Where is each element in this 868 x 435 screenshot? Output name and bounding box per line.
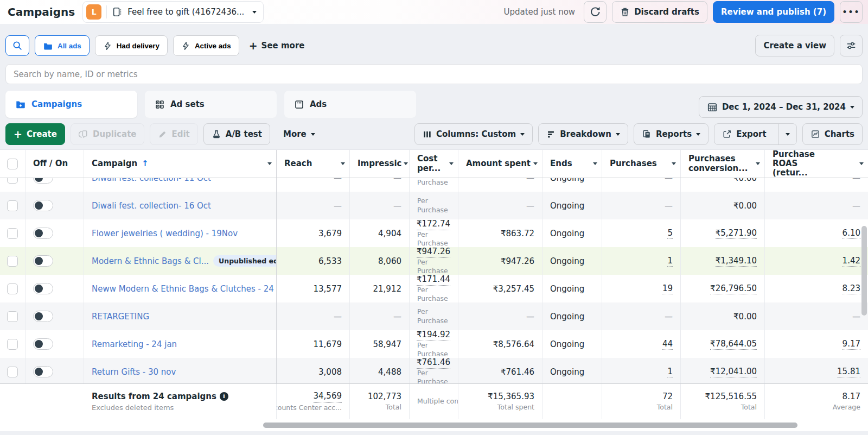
duplicate-button[interactable]: Duplicate xyxy=(71,123,145,145)
more-options-button[interactable]: ••• xyxy=(840,1,863,23)
filter-search-button[interactable] xyxy=(5,35,29,56)
campaign-toggle[interactable] xyxy=(33,228,53,239)
footer-conversion-value: ₹125,516.55 Total xyxy=(681,384,765,419)
campaign-link[interactable]: RETARGETING xyxy=(92,312,149,321)
ab-test-button[interactable]: A/B test xyxy=(203,123,270,145)
campaign-toggle[interactable] xyxy=(33,200,53,211)
chevron-down-icon[interactable] xyxy=(756,162,760,165)
table-body: Diwali fest. collection- 11 Oct — — Per … xyxy=(0,178,868,383)
purchases-cell: 5 xyxy=(602,219,681,247)
chevron-down-icon xyxy=(850,106,854,109)
header-off-on[interactable]: Off / On xyxy=(25,150,84,178)
header-ends[interactable]: Ends xyxy=(542,150,602,178)
campaign-toggle[interactable] xyxy=(33,338,53,350)
footer-impressions: 102,773 Total xyxy=(350,384,410,419)
purchases-cell: 1 xyxy=(602,247,681,275)
amount-spent-cell: — xyxy=(458,178,542,192)
edit-button[interactable]: Edit xyxy=(150,123,197,145)
charts-button[interactable]: Charts xyxy=(802,123,863,145)
row-checkbox[interactable] xyxy=(7,178,18,184)
footer-purchases: 72 Total xyxy=(602,384,681,419)
table-row: Flower jewelries ( wedding) - 19Nov 3,67… xyxy=(0,219,868,247)
export-main[interactable]: Export xyxy=(714,124,774,144)
vertical-scrollbar[interactable] xyxy=(861,226,867,316)
campaign-toggle[interactable] xyxy=(33,178,53,184)
create-a-view-button[interactable]: Create a view xyxy=(755,35,834,56)
updated-status: Updated just now xyxy=(503,7,575,17)
account-selector[interactable]: L Feel free to gift (41672436... xyxy=(82,1,264,23)
see-more-label: See more xyxy=(261,41,305,51)
columns-button[interactable]: Columns: Custom xyxy=(414,123,533,145)
impressions-cell: 58,947 xyxy=(350,330,410,358)
campaign-toggle[interactable] xyxy=(33,255,53,267)
campaign-link[interactable]: Diwali fest. collection- 16 Oct xyxy=(92,201,211,211)
header-cost-per[interactable]: Cost per... xyxy=(410,150,458,178)
header-purchases[interactable]: Purchases xyxy=(602,150,681,178)
campaign-link[interactable]: Modern & Ethnic Bags & Cl... xyxy=(92,256,209,266)
chevron-down-icon[interactable] xyxy=(859,162,864,165)
chevron-down-icon[interactable] xyxy=(593,162,597,165)
cost-per-cell: ₹761.46Per Purchase xyxy=(410,358,458,383)
filter-active-ads[interactable]: Active ads xyxy=(173,35,239,56)
reach-cell: 6,533 xyxy=(277,247,350,275)
create-a-view-label: Create a view xyxy=(763,41,826,51)
conversion-value-cell: ₹26,796.50 xyxy=(681,275,765,302)
review-and-publish-button[interactable]: Review and publish (7) xyxy=(713,1,834,23)
breakdown-button[interactable]: Breakdown xyxy=(538,123,628,145)
row-checkbox[interactable] xyxy=(7,311,18,322)
row-checkbox[interactable] xyxy=(7,367,18,377)
impressions-cell: 4,904 xyxy=(350,219,410,247)
header-campaign[interactable]: Campaign ↑ xyxy=(84,150,277,178)
header-reach[interactable]: Reach xyxy=(277,150,350,178)
purchases-cell: 19 xyxy=(602,275,681,302)
row-checkbox[interactable] xyxy=(7,228,18,239)
search-input[interactable] xyxy=(5,64,863,84)
row-checkbox[interactable] xyxy=(7,283,18,294)
row-checkbox[interactable] xyxy=(7,200,18,211)
header-purchase-roas[interactable]: Purchase ROAS (retur... xyxy=(765,150,868,178)
row-checkbox[interactable] xyxy=(7,256,18,267)
select-all-checkbox[interactable] xyxy=(7,159,18,169)
refresh-button[interactable] xyxy=(584,1,607,23)
chevron-down-icon[interactable] xyxy=(449,162,454,165)
chevron-down-icon[interactable] xyxy=(341,162,345,165)
chevron-down-icon[interactable] xyxy=(267,162,272,165)
horizontal-scrollbar[interactable] xyxy=(263,423,797,428)
campaign-link[interactable]: Neww Modern & Ethnic Bags & Clutches - 2… xyxy=(92,284,277,294)
campaign-link[interactable]: Diwali fest. collection- 11 Oct xyxy=(92,178,211,183)
header-amount-spent[interactable]: Amount spent xyxy=(458,150,542,178)
table-row: Diwali fest. collection- 16 Oct — — Per … xyxy=(0,192,868,219)
create-button[interactable]: + Create xyxy=(5,123,65,145)
header-impressions[interactable]: Impressic xyxy=(350,150,410,178)
filter-had-delivery[interactable]: Had delivery xyxy=(95,35,168,56)
tab-campaigns[interactable]: Campaigns xyxy=(5,91,137,118)
more-button[interactable]: More xyxy=(276,123,323,145)
breakdown-label: Breakdown xyxy=(560,129,611,139)
reports-label: Reports xyxy=(656,129,692,139)
filter-all-ads[interactable]: All ads xyxy=(35,35,90,56)
view-settings-button[interactable] xyxy=(840,35,863,56)
see-more-button[interactable]: + See more xyxy=(249,41,305,51)
date-range-picker[interactable]: Dec 1, 2024 – Dec 31, 2024 xyxy=(699,96,863,118)
campaign-toggle[interactable] xyxy=(33,366,53,377)
reports-button[interactable]: Reports xyxy=(634,123,709,145)
campaign-toggle[interactable] xyxy=(33,283,53,294)
campaign-link[interactable]: Remarketing - 24 jan xyxy=(92,339,177,349)
info-icon[interactable] xyxy=(220,392,228,401)
export-button[interactable]: Export xyxy=(714,123,797,145)
tab-ads[interactable]: Ads xyxy=(284,91,416,118)
discard-drafts-button[interactable]: Discard drafts xyxy=(612,1,707,23)
chevron-down-icon[interactable] xyxy=(672,162,676,165)
campaign-link[interactable]: Flower jewelries ( wedding) - 19Nov xyxy=(92,229,238,238)
roas-cell: 9.17 xyxy=(765,330,868,358)
export-dropdown[interactable] xyxy=(778,124,796,144)
ends-cell: Ongoing xyxy=(542,330,602,358)
campaign-toggle[interactable] xyxy=(33,311,53,322)
row-checkbox[interactable] xyxy=(7,339,18,350)
campaign-link[interactable]: Return Gifts - 30 nov xyxy=(92,367,176,377)
table-header: Off / On Campaign ↑ Reach Impressic Cost… xyxy=(0,150,868,178)
header-purchases-conversion[interactable]: Purchases conversion... xyxy=(681,150,765,178)
chevron-down-icon[interactable] xyxy=(533,162,538,165)
tab-ad-sets[interactable]: Ad sets xyxy=(145,91,277,118)
chevron-down-icon[interactable] xyxy=(404,162,408,165)
